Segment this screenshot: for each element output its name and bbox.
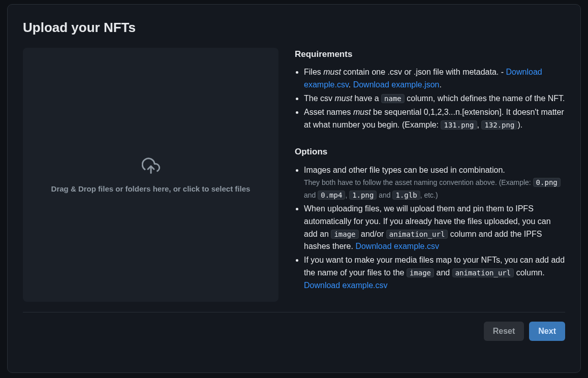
code-column: image bbox=[331, 230, 358, 239]
text: . bbox=[440, 80, 442, 89]
emph: must bbox=[353, 108, 371, 116]
requirement-item: Files must contain one .csv or .json fil… bbox=[304, 66, 565, 91]
info-column: Requirements Files must contain one .csv… bbox=[295, 48, 565, 302]
code-column: image bbox=[407, 268, 434, 277]
text: Asset names bbox=[304, 108, 353, 116]
download-example-json-link[interactable]: Download example.json bbox=[353, 80, 440, 89]
download-example-csv-link[interactable]: Download example.csv bbox=[304, 281, 388, 290]
footer-actions: Reset Next bbox=[23, 312, 565, 341]
options-list: Images and other file types can be used … bbox=[295, 164, 565, 292]
requirements-list: Files must contain one .csv or .json fil… bbox=[295, 66, 565, 131]
code-file: 0.mp4 bbox=[318, 191, 345, 200]
text: Files bbox=[304, 68, 323, 76]
text: Images and other file types can be used … bbox=[304, 166, 505, 174]
page-title: Upload your NFTs bbox=[23, 20, 565, 36]
upload-panel: Upload your NFTs Drag & Drop files or fo… bbox=[7, 4, 581, 373]
file-dropzone[interactable]: Drag & Drop files or folders here, or cl… bbox=[23, 48, 278, 302]
code-file: 132.png bbox=[481, 120, 517, 130]
requirements-heading: Requirements bbox=[295, 48, 565, 61]
reset-button[interactable]: Reset bbox=[484, 322, 524, 341]
code-column: animation_url bbox=[386, 230, 448, 239]
requirement-item: Asset names must be sequential 0,1,2,3..… bbox=[304, 106, 565, 132]
text: and bbox=[377, 191, 392, 199]
emph: must bbox=[334, 94, 352, 103]
emph: must bbox=[323, 68, 341, 76]
code-column: animation_url bbox=[452, 268, 514, 277]
code-file: 1.png bbox=[349, 191, 377, 200]
option-item: When uploading files, we will upload the… bbox=[304, 203, 565, 253]
code-file: 131.png bbox=[441, 120, 477, 130]
next-button[interactable]: Next bbox=[529, 322, 565, 341]
text: column. bbox=[514, 268, 544, 277]
text: and/or bbox=[359, 230, 386, 238]
code-name: name bbox=[381, 94, 405, 103]
content-row: Drag & Drop files or folders here, or cl… bbox=[23, 48, 565, 302]
text: and bbox=[434, 268, 452, 277]
requirement-item: The csv must have a name column, which d… bbox=[304, 92, 565, 105]
text: have a bbox=[352, 94, 381, 103]
text: contain one .csv or .json file with meta… bbox=[341, 68, 506, 76]
option-item: Images and other file types can be used … bbox=[304, 164, 565, 202]
text: and bbox=[304, 191, 318, 199]
text: . bbox=[349, 80, 353, 89]
text: column, which defines the name of the NF… bbox=[405, 94, 565, 103]
code-file: 1.glb bbox=[392, 191, 420, 200]
text: ). bbox=[517, 120, 522, 129]
text: They both have to follow the asset namin… bbox=[304, 178, 533, 186]
text: The csv bbox=[304, 94, 334, 103]
options-heading: Options bbox=[295, 145, 565, 159]
option-subtext: They both have to follow the asset namin… bbox=[304, 178, 561, 200]
upload-cloud-icon bbox=[142, 157, 160, 177]
text: , etc.) bbox=[420, 191, 438, 199]
download-example-csv-link[interactable]: Download example.csv bbox=[355, 242, 439, 250]
option-item: If you want to make your media files map… bbox=[304, 254, 565, 292]
dropzone-text: Drag & Drop files or folders here, or cl… bbox=[51, 184, 251, 193]
code-file: 0.png bbox=[533, 178, 561, 187]
